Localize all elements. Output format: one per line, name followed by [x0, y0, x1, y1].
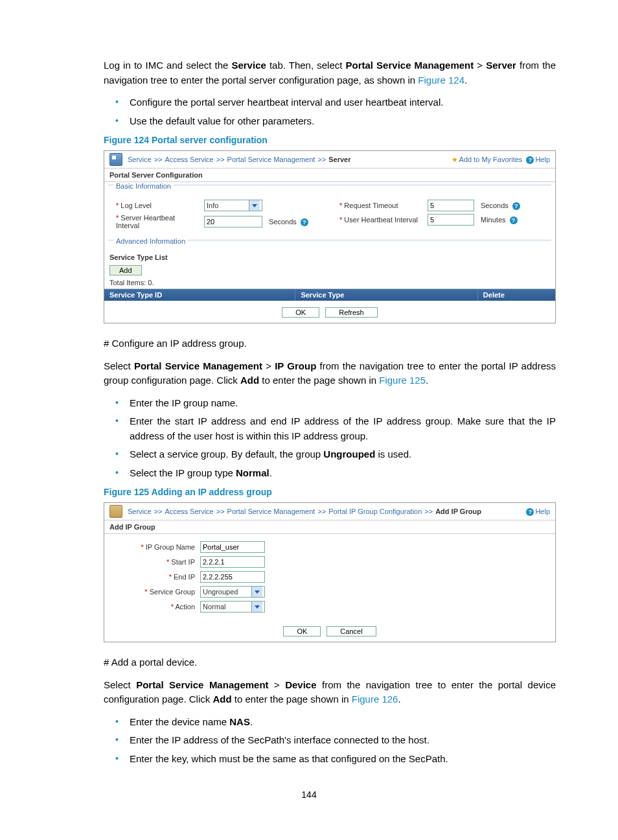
start-ip-input[interactable] [200, 556, 265, 568]
service-group-label: Service Group [124, 588, 200, 596]
bullet-list-1: Configure the portal server heartbeat in… [104, 95, 556, 128]
list-item: Enter the key, which must be the same as… [115, 752, 556, 767]
service-type-list-header: Service Type List [104, 251, 555, 264]
service-group-value: Ungrouped [203, 588, 238, 596]
help-icon[interactable] [301, 218, 310, 226]
basic-info-grid: Log Level Info Server Heartbeat Interval… [104, 196, 555, 237]
crumb-sep: >> [317, 508, 326, 515]
section-title: Portal Server Configuration [104, 169, 555, 182]
text: . [464, 75, 467, 86]
action-select[interactable]: Normal [200, 601, 265, 612]
help-link[interactable]: Help [526, 156, 550, 164]
basic-info-label: Basic Information [108, 185, 551, 196]
req-timeout-input[interactable] [428, 200, 474, 211]
text: > [474, 60, 486, 71]
figure-link[interactable]: Figure 124 [418, 75, 464, 86]
col-delete[interactable]: Delete [478, 289, 588, 301]
hash-step-2: # Add a portal device. [104, 655, 556, 670]
bold-text: Portal Service Management [136, 679, 268, 690]
end-ip-input[interactable] [200, 571, 265, 583]
paragraph-3: Select Portal Service Management > Devic… [104, 678, 556, 707]
crumb-current: Add IP Group [435, 508, 481, 515]
help-icon[interactable] [510, 216, 519, 224]
crumb-sep: >> [216, 156, 225, 163]
add-favorites-link[interactable]: Add to My Favorites [452, 156, 523, 164]
user-hb-input[interactable] [428, 214, 474, 226]
help-link[interactable]: Help [526, 508, 550, 516]
bold-text: Add [212, 694, 231, 705]
text: Log in to IMC and select the [104, 60, 231, 71]
text: to enter the page shown in [259, 375, 379, 386]
hash-step-1: # Configure an IP address group. [104, 336, 556, 351]
crumb-access[interactable]: Access Service [165, 508, 214, 515]
unit-seconds: Seconds [481, 202, 509, 209]
bold-text: IP Group [275, 360, 316, 371]
crumb-portal[interactable]: Portal Service Management [227, 508, 315, 515]
service-group-select[interactable]: Ungrouped [200, 586, 265, 598]
help-icon [526, 156, 535, 163]
server-hb-label: Server Heartbeat Interval [116, 214, 200, 229]
server-heartbeat-row: Server Heartbeat Interval Seconds [116, 214, 320, 229]
crumb-service[interactable]: Service [128, 156, 152, 163]
crumb-sep: >> [317, 156, 326, 163]
figure-125-panel: Service >> Access Service >> Portal Serv… [104, 502, 556, 642]
figure-link[interactable]: Figure 126 [352, 694, 398, 705]
bold-text: Portal Service Management [346, 60, 474, 71]
fav-help: Add to My Favorites Help [452, 156, 550, 164]
crumb-current: Server [328, 156, 350, 163]
list-item: Select the IP group type Normal. [115, 466, 556, 481]
list-item: Use the default value for other paramete… [115, 114, 556, 129]
list-item: Select a service group. By default, the … [115, 447, 556, 462]
req-timeout-label: Request Timeout [339, 202, 424, 209]
add-button[interactable]: Add [109, 265, 142, 275]
ok-button[interactable]: OK [282, 307, 319, 318]
help-icon [526, 508, 535, 515]
action-value: Normal [203, 603, 225, 611]
crumb-service[interactable]: Service [128, 508, 152, 515]
breadcrumb-row: Service >> Access Service >> Portal Serv… [104, 151, 555, 169]
bullet-list-3: Enter the device name NAS. Enter the IP … [104, 715, 556, 767]
crumb-ipgroup[interactable]: Portal IP Group Configuration [328, 508, 422, 515]
list-item: Enter the device name NAS. [115, 715, 556, 730]
refresh-button[interactable]: Refresh [325, 307, 378, 318]
bullet-list-2: Enter the IP group name. Enter the start… [104, 396, 556, 481]
bold-text: Server [486, 60, 516, 71]
start-ip-row: Start IP [124, 556, 555, 568]
log-level-select[interactable]: Info [204, 200, 262, 211]
col-service-type[interactable]: Service Type [295, 289, 477, 301]
text: Select [104, 679, 136, 690]
service-group-row: Service Group Ungrouped [124, 586, 555, 598]
help-text: Help [535, 156, 550, 163]
text: . [426, 375, 428, 386]
text: to enter the page shown in [232, 694, 352, 705]
server-hb-input[interactable] [204, 216, 262, 228]
text: > [262, 360, 275, 371]
log-level-row: Log Level Info [116, 200, 320, 211]
page: Log in to IMC and select the Service tab… [0, 0, 618, 840]
crumb-portal[interactable]: Portal Service Management [227, 156, 315, 163]
ok-button[interactable]: OK [283, 626, 321, 636]
crumb-sep: >> [154, 508, 163, 515]
user-heartbeat-row: User Heartbeat Interval Minutes [339, 214, 544, 226]
request-timeout-row: Request Timeout Seconds [339, 200, 544, 211]
crumb-access[interactable]: Access Service [165, 156, 214, 163]
breadcrumb-row: Service >> Access Service >> Portal Serv… [104, 503, 555, 520]
page-number: 144 [301, 789, 316, 800]
text: . [398, 694, 400, 705]
list-item: Enter the IP group name. [115, 396, 556, 411]
cancel-button[interactable]: Cancel [326, 626, 376, 636]
crumb-sep: >> [216, 508, 225, 515]
module-icon [109, 505, 122, 518]
fav-help: Help [526, 508, 550, 516]
text: tab. Then, select [266, 60, 346, 71]
end-ip-label: End IP [124, 573, 200, 581]
paragraph-2: Select Portal Service Management > IP Gr… [104, 359, 556, 388]
action-row: Action Normal [124, 601, 555, 612]
breadcrumb: Service >> Access Service >> Portal Serv… [109, 153, 350, 166]
figure-link[interactable]: Figure 125 [379, 375, 426, 386]
col-service-type-id[interactable]: Service Type ID [104, 289, 295, 301]
list-item: Enter the IP address of the SecPath's in… [115, 733, 556, 748]
help-icon[interactable] [512, 202, 521, 210]
ip-group-name-input[interactable] [200, 541, 265, 553]
button-row: OK Cancel [104, 620, 555, 642]
